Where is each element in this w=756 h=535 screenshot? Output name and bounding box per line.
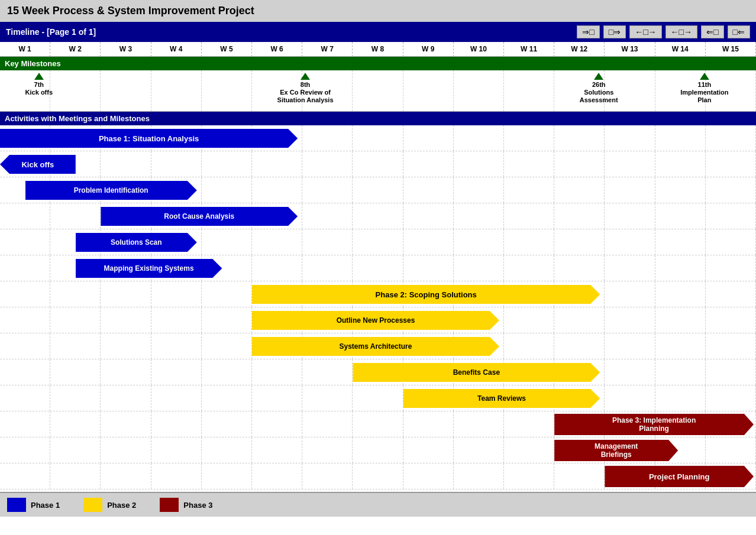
week-15: W 15 bbox=[706, 42, 756, 57]
activities-header: Activities with Meetings and Milestones bbox=[0, 112, 756, 125]
row-problem-id: Problem Identification bbox=[0, 177, 756, 203]
mg-5 bbox=[202, 70, 252, 111]
row-phase2: Phase 2: Scoping Solutions bbox=[0, 281, 756, 307]
legend-box-phase1 bbox=[7, 498, 26, 512]
nav-btn-6[interactable]: □⇐ bbox=[728, 25, 750, 38]
week-12: W 12 bbox=[554, 42, 605, 57]
row-proj-planning: Project Planning bbox=[0, 463, 756, 489]
week-3: W 3 bbox=[101, 42, 151, 57]
gantt-chart: Phase 1: Situation Analysis Kick offs Pr… bbox=[0, 125, 756, 489]
bar-phase3: Phase 3: ImplementationPlanning bbox=[554, 414, 754, 435]
page-title: 15 Week Process & System Improvement Pro… bbox=[0, 0, 756, 22]
milestone-exco-label: 8thEx Co Review ofSituation Analysis bbox=[277, 81, 334, 105]
mg-11 bbox=[504, 70, 554, 111]
mg-10 bbox=[454, 70, 504, 111]
milestones-row: 7thKick offs 8thEx Co Review ofSituation… bbox=[0, 70, 756, 112]
milestone-solutions-label: 26thSolutionsAssessment bbox=[580, 81, 618, 105]
row-mapping: Mapping Existing Systems bbox=[0, 255, 756, 281]
row-root-cause: Root Cause Analysis bbox=[0, 203, 756, 229]
nav-btn-4[interactable]: ←□→ bbox=[665, 25, 697, 38]
week-4: W 4 bbox=[151, 42, 202, 57]
grid-bg-1 bbox=[0, 151, 756, 177]
bar-team-reviews: Team Reviews bbox=[403, 389, 600, 408]
milestone-exco: 8thEx Co Review ofSituation Analysis bbox=[277, 73, 334, 105]
row-solutions-scan: Solutions Scan bbox=[0, 229, 756, 255]
week-7: W 7 bbox=[302, 42, 353, 57]
row-benefits: Benefits Case bbox=[0, 359, 756, 385]
mg-3 bbox=[101, 70, 151, 111]
bar-phase1: Phase 1: Situation Analysis bbox=[0, 129, 298, 148]
nav-btn-1[interactable]: ⇒□ bbox=[577, 25, 599, 38]
week-13: W 13 bbox=[605, 42, 655, 57]
timeline-nav: ⇒□ □⇒ ←□→ ←□→ ⇐□ □⇐ bbox=[577, 25, 750, 38]
week-14: W 14 bbox=[655, 42, 706, 57]
row-team-reviews: Team Reviews bbox=[0, 385, 756, 411]
timeline-header: Timeline - [Page 1 of 1] ⇒□ □⇒ ←□→ ←□→ ⇐… bbox=[0, 22, 756, 42]
triangle-solutions bbox=[594, 73, 603, 80]
triangle-kickoffs bbox=[34, 73, 44, 80]
milestone-kickoffs-label: 7thKick offs bbox=[25, 81, 53, 96]
legend-box-phase2 bbox=[83, 498, 102, 512]
milestone-impl-label: 11thImplementationPlan bbox=[680, 81, 728, 105]
week-2: W 2 bbox=[50, 42, 101, 57]
bar-kickoffs: Kick offs bbox=[0, 155, 76, 174]
milestone-solutions: 26thSolutionsAssessment bbox=[580, 73, 618, 105]
bar-problem-id: Problem Identification bbox=[25, 181, 197, 200]
bar-root-cause: Root Cause Analysis bbox=[101, 207, 298, 226]
mg-9 bbox=[403, 70, 454, 111]
bar-outline: Outline New Processes bbox=[252, 311, 499, 330]
week-5: W 5 bbox=[202, 42, 252, 57]
mg-4 bbox=[151, 70, 202, 111]
row-kickoffs: Kick offs bbox=[0, 151, 756, 177]
triangle-exco bbox=[301, 73, 310, 80]
milestone-impl: 11thImplementationPlan bbox=[680, 73, 728, 105]
row-mgmt-brief: ManagementBriefings bbox=[0, 437, 756, 463]
bar-sysarch: Systems Architecture bbox=[252, 337, 499, 356]
mg-8 bbox=[353, 70, 403, 111]
legend-label-phase3: Phase 3 bbox=[183, 501, 212, 510]
row-phase3: Phase 3: ImplementationPlanning bbox=[0, 411, 756, 437]
row-outline: Outline New Processes bbox=[0, 307, 756, 333]
nav-btn-3[interactable]: ←□→ bbox=[629, 25, 661, 38]
legend-section: Phase 1 Phase 2 Phase 3 bbox=[0, 492, 756, 517]
legend-phase2: Phase 2 bbox=[83, 498, 136, 512]
milestone-kickoffs: 7thKick offs bbox=[25, 73, 53, 96]
row-sysarch: Systems Architecture bbox=[0, 333, 756, 359]
bar-mapping: Mapping Existing Systems bbox=[76, 259, 222, 278]
week-1: W 1 bbox=[0, 42, 50, 57]
grid-bg-10 bbox=[0, 385, 756, 411]
nav-btn-2[interactable]: □⇒ bbox=[603, 25, 626, 38]
milestone-grid bbox=[0, 70, 756, 111]
timeline-title: Timeline - [Page 1 of 1] bbox=[6, 27, 96, 37]
legend-phase3: Phase 3 bbox=[160, 498, 212, 512]
week-8: W 8 bbox=[353, 42, 403, 57]
bar-proj-planning: Project Planning bbox=[605, 466, 754, 487]
bar-solutions-scan: Solutions Scan bbox=[76, 233, 197, 252]
bar-benefits: Benefits Case bbox=[353, 363, 600, 382]
bar-mgmt-brief: ManagementBriefings bbox=[554, 440, 678, 461]
week-9: W 9 bbox=[403, 42, 454, 57]
page-wrapper: 15 Week Process & System Improvement Pro… bbox=[0, 0, 756, 517]
bar-phase2: Phase 2: Scoping Solutions bbox=[252, 285, 600, 304]
nav-btn-5[interactable]: ⇐□ bbox=[701, 25, 723, 38]
week-6: W 6 bbox=[252, 42, 302, 57]
week-11: W 11 bbox=[504, 42, 554, 57]
row-phase1: Phase 1: Situation Analysis bbox=[0, 125, 756, 151]
legend-box-phase3 bbox=[160, 498, 179, 512]
legend-label-phase1: Phase 1 bbox=[31, 501, 60, 510]
weeks-row: W 1 W 2 W 3 W 4 W 5 W 6 W 7 W 8 W 9 W 10… bbox=[0, 42, 756, 57]
legend-label-phase2: Phase 2 bbox=[107, 501, 136, 510]
triangle-impl bbox=[700, 73, 709, 80]
legend-phase1: Phase 1 bbox=[7, 498, 60, 512]
mg-2 bbox=[50, 70, 101, 111]
week-10: W 10 bbox=[454, 42, 504, 57]
key-milestones-header: Key Milestones bbox=[0, 57, 756, 70]
